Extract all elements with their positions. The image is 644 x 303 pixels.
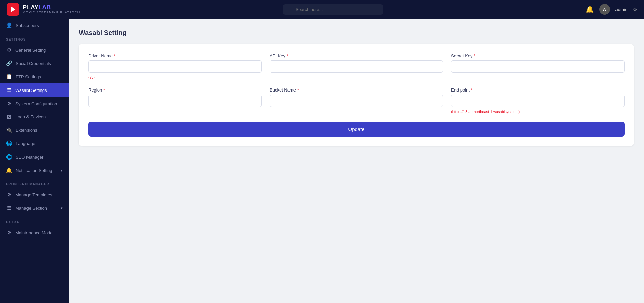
wasabi-icon: ☰ xyxy=(6,87,12,93)
endpoint-hint: (https://s3.ap-northeast-1.wasabisys.com… xyxy=(451,110,625,114)
region-group: Region * xyxy=(88,87,262,114)
social-cred-icon: 🔗 xyxy=(6,60,12,66)
endpoint-label: End point * xyxy=(451,87,625,93)
language-icon: 🌐 xyxy=(6,140,12,146)
notification-icon: 🔔 xyxy=(6,167,12,173)
secret-key-label: Secret Key * xyxy=(451,53,625,58)
search-input[interactable] xyxy=(283,4,383,15)
chevron-down-icon-2: ▾ xyxy=(61,206,63,210)
bucket-name-input[interactable] xyxy=(270,95,443,107)
region-label: Region * xyxy=(88,87,262,93)
sidebar-item-language[interactable]: 🌐 Language xyxy=(0,137,69,150)
sidebar-item-seo-manager[interactable]: 🌐 SEO Manager xyxy=(0,150,69,164)
app-header: PLAYLAB MOVIE STREAMING PLATFORM 🔍 🔔 A a… xyxy=(0,0,644,19)
header-right: 🔔 A admin ⚙ xyxy=(586,4,637,15)
logo: PLAYLAB MOVIE STREAMING PLATFORM xyxy=(7,3,80,16)
sidebar-item-notification-setting[interactable]: 🔔 Notification Setting ▾ xyxy=(0,164,69,177)
form-grid-row1: Driver Name * (s3) API Key * Secret Key … xyxy=(88,53,625,79)
extensions-icon: 🔌 xyxy=(6,127,12,133)
sidebar-item-social-credentials[interactable]: 🔗 Social Credentials xyxy=(0,57,69,70)
driver-name-label: Driver Name * xyxy=(88,53,262,58)
user-settings-button[interactable]: ⚙ xyxy=(633,6,637,13)
secret-key-input[interactable] xyxy=(451,60,625,73)
sidebar-item-maintenance-mode[interactable]: ⚙ Maintenance Mode xyxy=(0,226,69,239)
wasabi-settings-card: Driver Name * (s3) API Key * Secret Key … xyxy=(79,44,634,146)
manage-templates-icon: ⚙ xyxy=(6,192,12,198)
sidebar-item-manage-templates[interactable]: ⚙ Manage Templates xyxy=(0,188,69,201)
sidebar-item-wasabi-settings[interactable]: ☰ Wasabi Settings xyxy=(0,83,69,97)
maintenance-icon: ⚙ xyxy=(6,230,12,236)
driver-name-input[interactable] xyxy=(88,60,262,73)
driver-name-group: Driver Name * (s3) xyxy=(88,53,262,79)
section-label-extra: EXTRA xyxy=(0,215,69,226)
api-key-input[interactable] xyxy=(270,60,443,73)
logo-text: PLAYLAB MOVIE STREAMING PLATFORM xyxy=(23,4,80,14)
sidebar-item-extensions[interactable]: 🔌 Extensions xyxy=(0,123,69,137)
sidebar-item-ftp-settings[interactable]: 📋 FTP Settings xyxy=(0,70,69,83)
endpoint-group: End point * (https://s3.ap-northeast-1.w… xyxy=(451,87,625,114)
sidebar-label-subscribers: Subscribers xyxy=(16,23,63,28)
page-title: Wasabi Setting xyxy=(79,29,634,37)
general-setting-icon: ⚙ xyxy=(6,47,12,53)
logo-favicon-icon: 🖼 xyxy=(6,114,12,120)
secret-key-group: Secret Key * xyxy=(451,53,625,79)
sidebar-item-manage-section[interactable]: ☰ Manage Section ▾ xyxy=(0,201,69,215)
sidebar-item-general-setting[interactable]: ⚙ General Setting xyxy=(0,43,69,57)
driver-name-hint: (s3) xyxy=(88,75,262,79)
section-label-frontend: FRONTEND MANAGER xyxy=(0,177,69,188)
svg-marker-0 xyxy=(11,7,16,12)
manage-section-icon: ☰ xyxy=(6,205,12,211)
system-config-icon: ⚙ xyxy=(6,101,12,107)
seo-icon: 🌐 xyxy=(6,154,12,160)
bucket-name-group: Bucket Name * xyxy=(270,87,443,114)
main-content: Wasabi Setting Driver Name * (s3) API Ke… xyxy=(69,19,644,303)
bucket-name-label: Bucket Name * xyxy=(270,87,443,93)
main-layout: 👤 Subscribers SETTINGS ⚙ General Setting… xyxy=(0,19,644,303)
notification-button[interactable]: 🔔 xyxy=(586,5,594,13)
sidebar: 👤 Subscribers SETTINGS ⚙ General Setting… xyxy=(0,19,69,303)
logo-name: PLAYLAB xyxy=(23,4,80,11)
endpoint-input[interactable] xyxy=(451,95,625,107)
region-input[interactable] xyxy=(88,95,262,107)
sidebar-item-subscribers[interactable]: 👤 Subscribers xyxy=(0,19,69,32)
logo-subtitle: MOVIE STREAMING PLATFORM xyxy=(23,11,80,14)
avatar: A xyxy=(599,4,610,15)
sidebar-item-system-configuration[interactable]: ⚙ System Configuration xyxy=(0,97,69,110)
ftp-icon: 📋 xyxy=(6,74,12,80)
admin-label: admin xyxy=(615,7,627,12)
sidebar-item-logo-favicon[interactable]: 🖼 Logo & Favicon xyxy=(0,110,69,123)
logo-icon xyxy=(7,3,19,16)
subscribers-icon: 👤 xyxy=(6,22,12,28)
chevron-down-icon: ▾ xyxy=(61,168,63,173)
api-key-label: API Key * xyxy=(270,53,443,58)
section-label-settings: SETTINGS xyxy=(0,32,69,43)
form-grid-row2: Region * Bucket Name * End point * xyxy=(88,87,625,114)
update-button[interactable]: Update xyxy=(88,122,625,137)
search-wrapper: 🔍 xyxy=(283,4,383,15)
api-key-group: API Key * xyxy=(270,53,443,79)
